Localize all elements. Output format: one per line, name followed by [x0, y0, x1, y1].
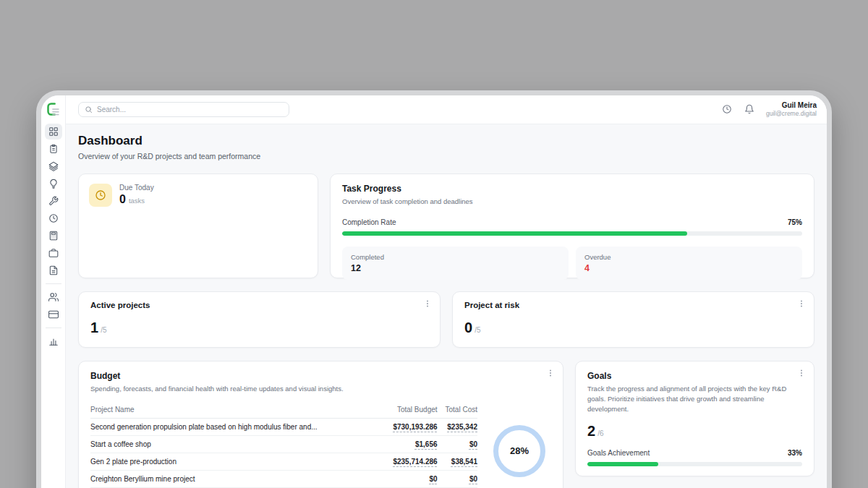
project-name-cell: Creighton Beryllium mine project	[90, 470, 382, 487]
total-budget-cell[interactable]: $0	[429, 475, 437, 483]
sidebar-item-reports[interactable]	[45, 333, 62, 349]
budget-utilization-donut-col: 28%	[488, 402, 551, 488]
completion-progress-fill	[342, 231, 687, 236]
project-at-risk-card: Project at risk 0 /5	[452, 291, 814, 348]
project-name-cell: Start a coffee shop	[90, 435, 382, 453]
budget-table-row[interactable]: Gen 2 plate pre-production $235,714.286 …	[90, 453, 477, 470]
total-cost-cell[interactable]: $38,541	[451, 458, 477, 466]
sidebar-item-calculator[interactable]	[45, 228, 62, 244]
overdue-label: Overdue	[584, 253, 793, 261]
search-input[interactable]	[97, 106, 283, 114]
app-window: V1.0	[36, 90, 832, 488]
active-projects-value: 1	[90, 320, 98, 336]
total-cost-cell[interactable]: $0	[469, 475, 477, 483]
page-subtitle: Overview of your R&D projects and team p…	[78, 152, 814, 160]
kebab-menu-icon	[423, 299, 432, 308]
active-projects-total: /5	[101, 326, 106, 334]
kebab-menu-button[interactable]	[422, 299, 433, 309]
total-cost-cell[interactable]: $235,342	[447, 423, 477, 431]
overdue-value: 4	[584, 263, 793, 273]
task-progress-card: Task Progress Overview of task completio…	[330, 174, 814, 278]
user-menu[interactable]: Guil Meira guil@creme.digital	[766, 101, 817, 118]
history-clock-button[interactable]	[721, 104, 733, 116]
goals-value: 2	[587, 423, 595, 440]
main-area: Guil Meira guil@creme.digital Dashboard …	[66, 95, 827, 488]
sidebar-item-team[interactable]	[45, 289, 62, 305]
clock-icon	[48, 213, 59, 223]
kebab-menu-icon	[797, 369, 806, 377]
project-at-risk-total: /5	[475, 326, 480, 334]
sidebar-item-documents[interactable]	[45, 262, 62, 278]
topbar: Guil Meira guil@creme.digital	[66, 95, 827, 124]
completed-value: 12	[351, 263, 560, 273]
dashboard-grid-icon	[48, 127, 59, 137]
sidebar-item-dashboard[interactable]	[45, 124, 62, 140]
notifications-bell-button[interactable]	[744, 104, 755, 116]
sidebar-item-ideas[interactable]	[45, 176, 62, 192]
dashboard-content: Dashboard Overview of your R&D projects …	[66, 124, 827, 488]
clock-icon	[722, 104, 732, 114]
budget-title: Budget	[90, 371, 551, 381]
search-box[interactable]	[78, 102, 289, 117]
cards-row-3: Budget Spending, forecasts, and financia…	[78, 361, 814, 488]
total-budget-cell[interactable]: $730,193.286	[393, 423, 437, 431]
sidebar-item-tools[interactable]	[45, 193, 62, 209]
sidebar-item-billing[interactable]	[45, 307, 62, 322]
search-icon	[85, 106, 93, 114]
total-budget-cell[interactable]: $1,656	[415, 440, 438, 448]
budget-table-row[interactable]: Creighton Beryllium mine project $0 $0	[90, 470, 477, 487]
page-title: Dashboard	[78, 134, 814, 148]
clipboard-icon	[48, 144, 59, 154]
col-total-budget: Total Budget	[382, 402, 437, 419]
kebab-menu-button[interactable]	[545, 369, 556, 379]
bell-icon	[744, 104, 754, 114]
project-name-cell: Gen 2 plate pre-production	[90, 453, 382, 470]
cards-row-2: Active projects 1 /5 Project at risk	[78, 291, 814, 348]
goals-total: /6	[597, 429, 603, 437]
document-icon	[48, 265, 59, 275]
kebab-menu-icon	[546, 369, 555, 377]
kebab-menu-button[interactable]	[796, 299, 807, 309]
goals-progress-fill	[587, 462, 658, 466]
completed-label: Completed	[351, 253, 560, 261]
credit-card-icon	[48, 309, 59, 320]
briefcase-icon	[48, 248, 59, 258]
budget-table: Project Name Total Budget Total Cost Sec…	[90, 402, 477, 488]
completion-progress-track	[342, 231, 802, 236]
goals-achievement-pct: 33%	[788, 449, 802, 457]
kebab-menu-icon	[797, 299, 806, 308]
lightbulb-icon	[48, 179, 59, 189]
goals-progress-track	[587, 462, 802, 466]
layers-icon	[48, 161, 59, 171]
total-cost-cell[interactable]: $0	[469, 440, 477, 448]
task-progress-subtitle: Overview of task completion and deadline…	[342, 197, 802, 207]
completion-rate-pct: 75%	[788, 218, 802, 226]
wrench-icon	[48, 196, 59, 206]
due-today-value: 0	[119, 193, 126, 206]
active-projects-card: Active projects 1 /5	[78, 291, 441, 348]
col-project-name: Project Name	[90, 402, 382, 419]
sidebar-divider	[46, 328, 61, 328]
overdue-stat-tile: Overdue 4	[576, 247, 802, 280]
kebab-menu-button[interactable]	[796, 369, 807, 379]
budget-utilization-pct: 28%	[510, 445, 529, 456]
budget-table-row[interactable]: Start a coffee shop $1,656 $0	[90, 435, 477, 453]
sidebar-divider	[46, 283, 61, 284]
sidebar-item-tasks[interactable]	[45, 141, 62, 157]
calculator-icon	[48, 231, 59, 241]
goals-achievement-label: Goals Achievement	[587, 449, 650, 457]
sidebar-item-projects[interactable]	[45, 158, 62, 174]
col-total-cost: Total Cost	[438, 402, 477, 419]
budget-table-header-row: Project Name Total Budget Total Cost	[90, 402, 477, 419]
topbar-right: Guil Meira guil@creme.digital	[721, 101, 817, 118]
project-name-cell: Second generation propulsion plate based…	[90, 418, 382, 435]
due-today-texts: Due Today 0 tasks	[119, 184, 154, 268]
task-progress-title: Task Progress	[342, 184, 802, 194]
budget-subtitle: Spending, forecasts, and financial healt…	[90, 384, 551, 394]
total-budget-cell[interactable]: $235,714.286	[393, 458, 437, 466]
sidebar-item-portfolio[interactable]	[45, 245, 62, 261]
clock-icon	[95, 189, 106, 201]
due-today-unit: tasks	[129, 197, 145, 205]
sidebar-item-time-tracking[interactable]	[45, 210, 62, 226]
budget-table-row[interactable]: Second generation propulsion plate based…	[90, 418, 477, 435]
